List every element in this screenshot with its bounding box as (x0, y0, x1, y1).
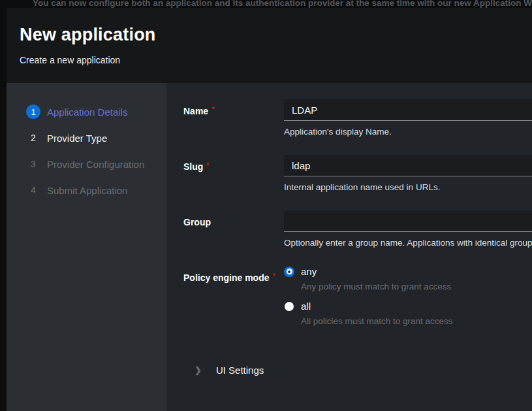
name-label-col: Name* (183, 99, 284, 137)
radio-all-label: all (301, 301, 311, 312)
wizard-step-provider-configuration: 3 Provider Configuration (7, 151, 166, 177)
slug-control-col: Internal application name used in URLs. (284, 155, 532, 192)
application-details-form: Name* Application's display Name. Slug* … (166, 83, 532, 411)
step-label: Submit Application (47, 185, 127, 196)
slug-input[interactable] (284, 155, 532, 176)
modal-header: New application Create a new application (7, 8, 532, 83)
required-asterisk: * (211, 105, 214, 113)
required-asterisk: * (272, 272, 275, 280)
policy-label-col: Policy engine mode* (183, 266, 284, 335)
ui-settings-label: UI Settings (216, 365, 264, 376)
name-label: Name (183, 106, 208, 116)
group-field-row: Group Optionally enter a group name. App… (183, 210, 532, 248)
step-number: 2 (26, 131, 40, 145)
step-number: 4 (26, 183, 40, 197)
step-label: Application Details (47, 107, 127, 118)
slug-help-text: Internal application name used in URLs. (284, 182, 532, 192)
radio-option-any[interactable]: any (284, 266, 453, 277)
group-control-col: Optionally enter a group name. Applicati… (284, 210, 532, 248)
new-application-modal: New application Create a new application… (7, 8, 532, 411)
ui-settings-expander[interactable]: ❯ UI Settings (195, 365, 532, 376)
wizard-step-application-details[interactable]: 1 Application Details (7, 99, 166, 125)
name-control-col: Application's display Name. (284, 99, 532, 137)
step-label: Provider Type (47, 133, 107, 144)
name-help-text: Application's display Name. (284, 127, 532, 137)
group-input[interactable] (284, 210, 532, 232)
required-asterisk: * (206, 161, 209, 169)
radio-option-all[interactable]: all (284, 301, 453, 312)
radio-any-help-text: Any policy must match to grant access (301, 282, 453, 291)
modal-body: 1 Application Details 2 Provider Type 3 … (7, 83, 532, 411)
slug-field-row: Slug* Internal application name used in … (183, 155, 532, 192)
background-notification-banner: You can now configure both an applicatio… (33, 0, 532, 8)
policy-engine-mode-label: Policy engine mode (183, 272, 269, 283)
radio-unselected-icon[interactable] (285, 302, 294, 311)
step-label: Provider Configuration (47, 159, 144, 170)
radio-selected-icon[interactable] (284, 267, 294, 277)
group-label-col: Group (183, 210, 284, 248)
chevron-right-icon: ❯ (195, 365, 202, 375)
step-number-badge: 1 (26, 105, 40, 119)
slug-label: Slug (183, 161, 203, 172)
wizard-step-submit-application: 4 Submit Application (7, 177, 166, 203)
name-field-row: Name* Application's display Name. (183, 99, 532, 137)
policy-control-col: any Any policy must match to grant acces… (284, 266, 453, 335)
radio-any-label: any (301, 266, 317, 277)
modal-title: New application (20, 25, 532, 45)
group-label: Group (183, 217, 211, 227)
radio-all-help-text: All policies must match to grant access (301, 316, 453, 326)
slug-label-col: Slug* (183, 155, 284, 192)
wizard-step-provider-type[interactable]: 2 Provider Type (7, 125, 166, 151)
modal-subtitle: Create a new application (20, 55, 532, 65)
group-help-text: Optionally enter a group name. Applicati… (284, 238, 532, 248)
wizard-step-sidebar: 1 Application Details 2 Provider Type 3 … (7, 83, 166, 411)
step-number: 3 (26, 157, 40, 171)
name-input[interactable] (284, 99, 532, 121)
policy-engine-mode-row: Policy engine mode* any Any policy must … (183, 266, 532, 335)
